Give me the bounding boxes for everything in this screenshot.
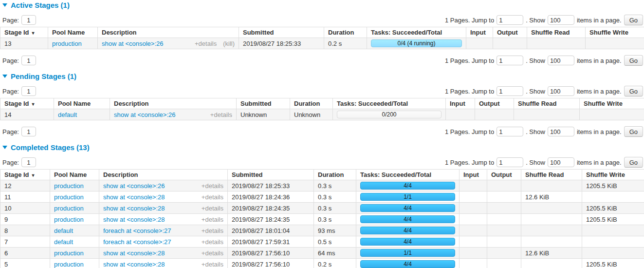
details-toggle[interactable]: +details <box>202 205 223 212</box>
col-header-stage-id[interactable]: Stage Id▾ <box>0 27 48 38</box>
pool-link[interactable]: default <box>54 238 73 246</box>
col-header-pool-name[interactable]: Pool Name <box>54 98 110 109</box>
details-toggle[interactable]: +details <box>195 40 217 47</box>
jump-to-input[interactable] <box>497 15 523 25</box>
cell-shuffle-write <box>582 225 644 236</box>
pool-link[interactable]: production <box>54 249 84 257</box>
jump-to-input[interactable] <box>497 127 523 136</box>
col-header-tasks[interactable]: Tasks: Succeeded/Total <box>356 170 460 180</box>
pool-link[interactable]: production <box>54 216 84 223</box>
col-header-shuffle-read[interactable]: Shuffle Read <box>521 170 582 180</box>
description-link[interactable]: show at <console>:26 <box>102 40 163 47</box>
col-header-tasks[interactable]: Tasks: Succeeded/Total <box>367 27 466 38</box>
table-row: 8defaultforeach at <console>:27+details2… <box>0 225 644 236</box>
col-header-tasks[interactable]: Tasks: Succeeded/Total <box>333 98 446 109</box>
pool-link[interactable]: production <box>52 40 82 47</box>
show-count-input[interactable] <box>548 157 574 167</box>
col-header-shuffle-read[interactable]: Shuffle Read <box>514 98 580 109</box>
col-header-pool-name[interactable]: Pool Name <box>50 170 99 180</box>
jump-to-input[interactable] <box>497 157 523 167</box>
description-link[interactable]: foreach at <console>:27 <box>103 227 171 234</box>
col-header-label: Submitted <box>232 171 263 178</box>
details-toggle[interactable]: +details <box>202 227 223 234</box>
page-input[interactable] <box>21 86 36 96</box>
page-input[interactable] <box>21 15 36 25</box>
col-header-input[interactable]: Input <box>460 170 487 180</box>
col-header-submitted[interactable]: Submitted <box>237 98 290 109</box>
page-control: Page: <box>2 157 36 167</box>
pool-link[interactable]: production <box>54 205 84 212</box>
details-toggle[interactable]: +details <box>202 193 223 201</box>
go-button[interactable]: Go <box>624 55 643 66</box>
description-link[interactable]: show at <console>:28 <box>103 205 165 212</box>
pool-link[interactable]: production <box>54 193 84 201</box>
page-input[interactable] <box>21 157 36 167</box>
tasks-progress-bar: 1/1 <box>360 193 455 201</box>
cell-shuffle-write: 1205.5 KiB <box>582 214 644 225</box>
section-heading-active[interactable]: Active Stages (1) <box>2 1 644 9</box>
details-toggle[interactable]: +details <box>210 111 232 118</box>
details-toggle[interactable]: +details <box>202 216 223 223</box>
jump-to-input[interactable] <box>497 86 523 96</box>
description-link[interactable]: show at <console>:28 <box>103 193 165 201</box>
col-header-shuffle-read[interactable]: Shuffle Read <box>527 27 586 38</box>
go-button[interactable]: Go <box>624 15 643 25</box>
col-header-pool-name[interactable]: Pool Name <box>48 27 98 38</box>
description-link[interactable]: foreach at <console>:27 <box>103 238 171 246</box>
details-toggle[interactable]: +details <box>202 182 223 190</box>
description-link[interactable]: show at <console>:28 <box>103 249 165 257</box>
show-count-input[interactable] <box>548 86 574 96</box>
col-header-description[interactable]: Description <box>110 98 237 109</box>
description-link[interactable]: show at <console>:28 <box>103 216 165 223</box>
show-count-input[interactable] <box>548 15 574 25</box>
show-count-input[interactable] <box>548 127 574 136</box>
col-header-description[interactable]: Description <box>99 170 228 180</box>
pool-link[interactable]: default <box>58 111 77 118</box>
section-heading-completed[interactable]: Completed Stages (13) <box>2 143 644 151</box>
col-header-output[interactable]: Output <box>493 27 527 38</box>
col-header-duration[interactable]: Duration <box>290 98 333 109</box>
pool-link[interactable]: production <box>54 261 84 268</box>
description-link[interactable]: show at <console>:28 <box>103 261 165 268</box>
cell-tasks: 4/4 <box>356 236 460 248</box>
go-button[interactable]: Go <box>624 86 643 96</box>
pool-link[interactable]: default <box>54 227 73 234</box>
cell-shuffle-read <box>521 214 582 225</box>
col-header-input[interactable]: Input <box>466 27 493 38</box>
go-button[interactable]: Go <box>624 157 643 168</box>
col-header-label: Tasks: Succeeded/Total <box>337 100 408 107</box>
description-link[interactable]: show at <console>:26 <box>114 111 175 118</box>
col-header-label: Output <box>479 100 500 107</box>
col-header-output[interactable]: Output <box>487 170 521 180</box>
col-header-duration[interactable]: Duration <box>314 170 356 180</box>
details-toggle[interactable]: +details <box>202 249 223 257</box>
page-input[interactable] <box>21 56 36 65</box>
pages-jump-label: 1 Pages. Jump to <box>445 128 494 135</box>
col-header-submitted[interactable]: Submitted <box>239 27 324 38</box>
col-header-output[interactable]: Output <box>475 98 514 109</box>
page-input[interactable] <box>21 127 36 136</box>
section-heading-pending[interactable]: Pending Stages (1) <box>2 72 644 80</box>
col-header-description[interactable]: Description <box>98 27 239 38</box>
col-header-input[interactable]: Input <box>446 98 475 109</box>
jump-to-input[interactable] <box>497 56 523 65</box>
col-header-shuffle-write[interactable]: Shuffle Write <box>582 170 644 180</box>
table-row: 11productionshow at <console>:28+details… <box>0 191 644 203</box>
kill-link[interactable]: (kill) <box>223 40 235 47</box>
cell-description: show at <console>:28+details <box>99 248 228 259</box>
go-button[interactable]: Go <box>624 126 643 137</box>
col-header-stage-id[interactable]: Stage Id▾ <box>0 170 50 180</box>
col-header-stage-id[interactable]: Stage Id▾ <box>0 98 54 109</box>
col-header-duration[interactable]: Duration <box>324 27 367 38</box>
col-header-shuffle-write[interactable]: Shuffle Write <box>580 98 644 109</box>
cell-input <box>446 109 475 120</box>
description-link[interactable]: show at <console>:26 <box>103 182 165 190</box>
col-header-shuffle-write[interactable]: Shuffle Write <box>586 27 644 38</box>
details-toggle[interactable]: +details <box>202 238 223 246</box>
tasks-progress-label: 4/4 <box>361 182 455 189</box>
col-header-submitted[interactable]: Submitted <box>228 170 314 180</box>
show-count-input[interactable] <box>548 56 574 65</box>
show-label: . Show <box>526 17 545 24</box>
details-toggle[interactable]: +details <box>202 261 223 268</box>
pool-link[interactable]: production <box>54 182 84 190</box>
